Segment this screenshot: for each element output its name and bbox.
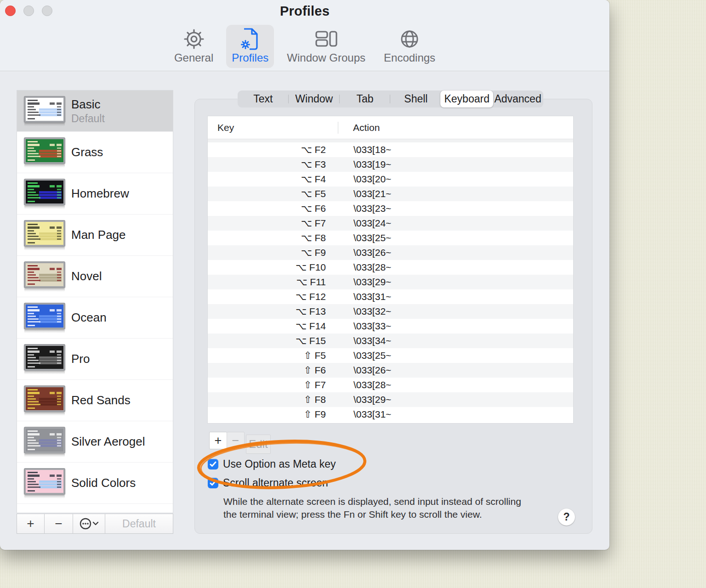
table-row[interactable]: ⌥ F8\033[25~ (208, 231, 573, 245)
table-header: Key Action (208, 116, 573, 139)
key-cell: ⇧ F5 (208, 350, 338, 361)
action-cell: \033[34~ (338, 335, 391, 346)
tab-shell[interactable]: Shell (390, 90, 441, 107)
profile-action-menu-button[interactable] (73, 514, 105, 534)
sidebar-item-ocean[interactable]: Ocean (17, 297, 173, 339)
action-cell: \033[21~ (338, 188, 391, 199)
profile-list: BasicDefaultGrassHomebrewMan PageNovelOc… (17, 90, 173, 513)
titlebar-toolbar: Profiles Gen (0, 0, 609, 71)
table-row[interactable]: ⌥ F15\033[34~ (208, 334, 573, 348)
sidebar-item-red-sands[interactable]: Red Sands (17, 380, 173, 421)
sidebar-item-basic[interactable]: BasicDefault (17, 90, 173, 132)
toolbar-label: General (174, 51, 213, 64)
toolbar-label: Window Groups (287, 51, 365, 64)
window-title: Profiles (0, 4, 609, 19)
key-cell: ⇧ F7 (208, 379, 338, 390)
checkbox-checked-icon[interactable] (208, 478, 218, 488)
sidebar-item-homebrew[interactable]: Homebrew (17, 173, 173, 215)
table-row[interactable]: ⌥ F4\033[20~ (208, 172, 573, 187)
sidebar-item-silver-aerogel[interactable]: Silver Aerogel (17, 421, 173, 463)
key-cell: ⌥ F14 (208, 321, 338, 332)
tab-keyboard[interactable]: Keyboard (441, 90, 492, 107)
globe-icon (399, 28, 421, 51)
key-bindings-table[interactable]: Key Action ⌥ F2\033[18~⌥ F3\033[19~⌥ F4\… (208, 116, 573, 423)
toolbar-item-window-groups[interactable]: Window Groups (281, 25, 371, 68)
profile-list-buttons: + − Default (17, 514, 173, 534)
profile-thumbnail (24, 262, 65, 292)
table-row[interactable]: ⌥ F6\033[23~ (208, 201, 573, 216)
help-button[interactable]: ? (558, 509, 575, 526)
key-cell: ⌥ F13 (208, 306, 338, 317)
action-cell: \033[29~ (338, 277, 391, 288)
profile-name: Solid Colors (71, 476, 136, 490)
profile-thumbnail (24, 96, 65, 126)
key-cell: ⌥ F12 (208, 291, 338, 302)
ellipsis-circle-chevron-icon (79, 517, 99, 530)
toolbar-item-encodings[interactable]: Encodings (378, 25, 441, 68)
profile-name: Basic (71, 97, 105, 112)
action-cell: \033[23~ (338, 203, 391, 214)
toolbar-label: Profiles (232, 51, 268, 64)
key-cell: ⇧ F6 (208, 365, 338, 376)
profile-name: Man Page (71, 228, 126, 242)
window-groups-icon (314, 28, 338, 51)
sidebar-item-novel[interactable]: Novel (17, 256, 173, 297)
edit-binding-button: Edit (246, 435, 271, 454)
toolbar-item-general[interactable]: General (169, 25, 219, 68)
table-row[interactable]: ⌥ F11\033[29~ (208, 275, 573, 289)
table-row[interactable]: ⇧ F9\033[31~ (208, 407, 573, 422)
sidebar-item-pro[interactable]: Pro (17, 339, 173, 380)
profile-subtitle: Default (71, 113, 105, 125)
toolbar-item-profiles[interactable]: Profiles (226, 25, 274, 68)
action-cell: \033[20~ (338, 174, 391, 185)
toolbar: General (0, 25, 609, 67)
key-cell: ⌥ F6 (208, 203, 338, 214)
table-row[interactable]: ⌥ F7\033[24~ (208, 216, 573, 231)
table-body: ⌥ F2\033[18~⌥ F3\033[19~⌥ F4\033[20~⌥ F5… (208, 142, 573, 422)
table-row[interactable]: ⌥ F2\033[18~ (208, 142, 573, 157)
table-row[interactable]: ⌥ F5\033[21~ (208, 187, 573, 201)
profile-thumbnail (24, 386, 65, 416)
column-header-action: Action (353, 122, 380, 133)
action-cell: \033[31~ (338, 409, 391, 420)
key-cell: ⌥ F4 (208, 174, 338, 185)
tab-text[interactable]: Text (238, 90, 289, 107)
use-option-as-meta-key-row[interactable]: Use Option as Meta key (208, 458, 336, 470)
table-row[interactable]: ⌥ F9\033[26~ (208, 245, 573, 260)
add-profile-button[interactable]: + (17, 514, 45, 534)
table-row[interactable]: ⇧ F7\033[28~ (208, 378, 573, 392)
profile-thumbnail (24, 345, 65, 374)
key-cell: ⌥ F2 (208, 144, 338, 155)
preferences-window: Profiles Gen (0, 0, 609, 550)
profile-name: Pro (71, 352, 90, 366)
table-row[interactable]: ⌥ F10\033[28~ (208, 260, 573, 275)
table-row[interactable]: ⌥ F13\033[32~ (208, 304, 573, 319)
action-cell: \033[26~ (338, 247, 391, 258)
add-binding-button[interactable]: + (209, 432, 227, 449)
gear-icon (183, 28, 205, 51)
sidebar-item-grass[interactable]: Grass (17, 132, 173, 173)
action-cell: \033[19~ (338, 159, 391, 170)
table-row[interactable]: ⌥ F14\033[33~ (208, 319, 573, 334)
table-row[interactable]: ⌥ F3\033[19~ (208, 157, 573, 172)
table-row[interactable]: ⌥ F12\033[31~ (208, 289, 573, 304)
checkbox-checked-icon[interactable] (208, 459, 218, 469)
table-row[interactable]: ⇧ F8\033[29~ (208, 392, 573, 407)
table-row[interactable]: ⇧ F5\033[25~ (208, 348, 573, 363)
action-cell: \033[25~ (338, 350, 391, 361)
remove-profile-button[interactable]: − (44, 514, 73, 534)
tab-advanced[interactable]: Advanced (492, 90, 543, 107)
key-cell: ⌥ F10 (208, 262, 338, 273)
profile-name: Silver Aerogel (71, 435, 145, 449)
action-cell: \033[31~ (338, 291, 391, 302)
tab-window[interactable]: Window (289, 90, 340, 107)
action-cell: \033[26~ (338, 365, 391, 376)
sidebar-item-solid-colors[interactable]: Solid Colors (17, 463, 173, 504)
table-row[interactable]: ⇧ F6\033[26~ (208, 363, 573, 378)
tab-tab[interactable]: Tab (340, 90, 391, 107)
key-cell: ⇧ F8 (208, 394, 338, 405)
action-cell: \033[29~ (338, 394, 391, 405)
sidebar-item-man-page[interactable]: Man Page (17, 215, 173, 256)
scroll-alternate-screen-row[interactable]: Scroll alternate screen (208, 477, 328, 489)
action-cell: \033[24~ (338, 218, 391, 229)
